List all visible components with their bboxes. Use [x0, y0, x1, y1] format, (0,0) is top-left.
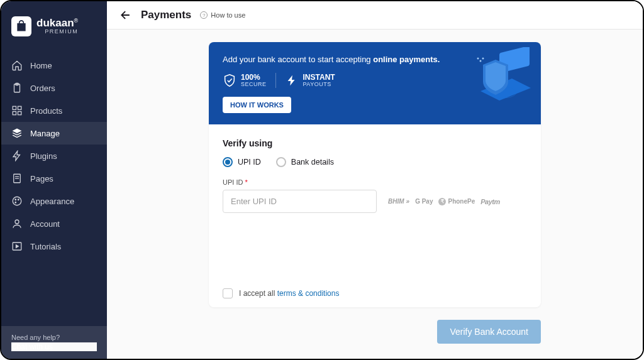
logo-text: dukaan® PREMIUM — [36, 18, 78, 35]
sidebar-item-products[interactable]: Products — [1, 99, 107, 122]
nav-label: Pages — [30, 174, 53, 183]
payments-banner: Add your bank account to start accepting… — [209, 42, 541, 124]
help-main: Chat with us — [11, 342, 97, 351]
sidebar-item-orders[interactable]: Orders — [1, 77, 107, 99]
verify-bank-button[interactable]: Verify Bank Account — [437, 320, 541, 344]
card-body: Verify using UPI ID Bank details UPI ID … — [209, 124, 541, 307]
sidebar-item-pages[interactable]: Pages — [1, 167, 107, 190]
shield-card-illustration — [462, 47, 537, 110]
nav-label: Manage — [30, 129, 60, 138]
upi-input[interactable] — [223, 190, 377, 213]
svg-point-13 — [15, 220, 19, 224]
bolt-circle-icon — [285, 74, 299, 87]
svg-rect-3 — [18, 106, 21, 109]
clipboard-icon — [11, 82, 23, 94]
terms-row: I accept all terms & conditions — [223, 288, 527, 298]
sidebar-item-plugins[interactable]: Plugins — [1, 145, 107, 167]
nav-label: Plugins — [30, 151, 57, 161]
brand-name: dukaan — [36, 17, 74, 29]
grid-icon — [11, 105, 23, 116]
svg-point-18 — [480, 60, 482, 62]
palette-icon — [11, 195, 23, 207]
phonepe-logo: ₹PhonePe — [438, 198, 475, 205]
shield-check-icon — [223, 74, 236, 87]
svg-point-9 — [13, 197, 21, 205]
help-box[interactable]: Need any help? Chat with us — [1, 326, 107, 359]
bolt-icon — [11, 150, 23, 161]
feat1-sub: SECURE — [241, 82, 267, 87]
feat1-top: 100% — [241, 74, 267, 82]
radio-option-upi[interactable]: UPI ID — [223, 157, 261, 167]
divider — [275, 73, 276, 88]
question-icon: ? — [200, 11, 208, 19]
nav-label: Account — [30, 219, 60, 229]
radio-option-bank[interactable]: Bank details — [276, 157, 334, 167]
radio-label: UPI ID — [238, 158, 261, 166]
help-sub: Need any help? — [11, 334, 97, 341]
layers-icon — [11, 128, 23, 139]
feature-payouts: INSTANT PAYOUTS — [285, 74, 335, 87]
paytm-logo: Paytm — [480, 198, 500, 205]
svg-rect-4 — [13, 112, 16, 115]
main: Payments ? How to use Add your bank acco… — [107, 1, 643, 359]
nav-label: Products — [30, 106, 62, 116]
brand-logo[interactable]: dukaan® PREMIUM — [1, 11, 107, 49]
logo-bag-icon — [11, 16, 31, 36]
feat2-top: INSTANT — [303, 74, 335, 82]
radio-group: UPI ID Bank details — [223, 157, 527, 167]
feat2-sub: PAYOUTS — [303, 82, 335, 87]
brand-tier: PREMIUM — [36, 29, 78, 35]
svg-point-17 — [482, 58, 484, 60]
footer-action: Verify Bank Account — [209, 320, 541, 344]
app-frame: dukaan® PREMIUM Home Orders Products Man… — [0, 0, 644, 360]
payments-card: Add your bank account to start accepting… — [209, 42, 541, 307]
terms-checkbox[interactable] — [223, 288, 233, 298]
radio-label: Bank details — [291, 158, 334, 166]
sidebar-item-appearance[interactable]: Appearance — [1, 190, 107, 212]
page-title: Payments — [141, 9, 191, 21]
svg-point-19 — [477, 58, 479, 60]
upi-field-label: UPI ID * — [223, 178, 527, 186]
sidebar-item-home[interactable]: Home — [1, 54, 107, 77]
how-to-use-link[interactable]: ? How to use — [200, 11, 245, 19]
feature-secure: 100% SECURE — [223, 74, 267, 87]
upi-input-row: BHIM» G Pay ₹PhonePe Paytm — [223, 190, 527, 213]
radio-icon — [223, 157, 233, 167]
radio-icon — [276, 157, 286, 167]
terms-link[interactable]: terms & conditions — [277, 289, 340, 298]
payment-logos: BHIM» G Pay ₹PhonePe Paytm — [388, 198, 500, 205]
sidebar-item-account[interactable]: Account — [1, 212, 107, 235]
content: Add your bank account to start accepting… — [107, 30, 643, 359]
how-it-works-button[interactable]: HOW IT WORKS — [223, 97, 291, 113]
howto-label: How to use — [211, 11, 245, 19]
banner-prefix: Add your bank account to start accepting — [223, 55, 373, 64]
nav-label: Home — [30, 61, 52, 70]
back-button[interactable] — [119, 9, 132, 21]
arrow-left-icon — [119, 9, 132, 21]
banner-strong: online payments. — [373, 55, 440, 64]
user-icon — [11, 218, 23, 229]
svg-point-10 — [15, 199, 16, 200]
sidebar-item-manage[interactable]: Manage — [1, 122, 107, 145]
topbar: Payments ? How to use — [107, 1, 643, 30]
svg-point-11 — [18, 199, 19, 200]
svg-point-12 — [15, 202, 16, 204]
sidebar: dukaan® PREMIUM Home Orders Products Man… — [1, 1, 107, 359]
nav-label: Appearance — [30, 197, 74, 206]
home-icon — [11, 60, 23, 71]
svg-rect-5 — [18, 112, 21, 115]
gpay-logo: G Pay — [415, 198, 433, 205]
page-icon — [11, 173, 23, 184]
sidebar-item-tutorials[interactable]: Tutorials — [1, 235, 107, 258]
nav-label: Tutorials — [30, 242, 61, 251]
nav-list: Home Orders Products Manage Plugins Page… — [1, 54, 107, 258]
play-icon — [11, 241, 23, 252]
required-asterisk: * — [245, 178, 247, 186]
bhim-logo: BHIM» — [388, 198, 409, 205]
terms-text: I accept all terms & conditions — [239, 289, 339, 298]
verify-using-title: Verify using — [223, 138, 527, 148]
svg-rect-2 — [13, 106, 16, 109]
nav-label: Orders — [30, 84, 55, 93]
